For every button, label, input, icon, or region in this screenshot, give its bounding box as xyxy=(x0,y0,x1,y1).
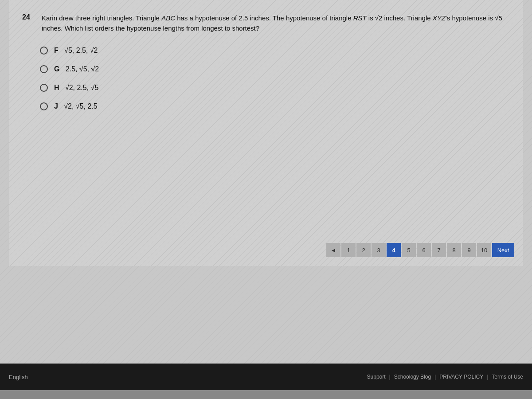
pagination-bar: ◄ 1 2 3 4 5 6 7 8 9 10 Next xyxy=(326,243,514,257)
page-1-button[interactable]: 1 xyxy=(341,243,356,257)
option-J[interactable]: J √2, √5, 2.5 xyxy=(40,102,510,110)
next-page-button[interactable]: Next xyxy=(492,243,514,257)
option-G-label: G 2.5, √5, √2 xyxy=(54,65,99,73)
footer-language: English xyxy=(9,374,28,380)
footer-bar: English Support | Schoology Blog | PRIVA… xyxy=(0,364,532,390)
page-8-button[interactable]: 8 xyxy=(447,243,461,257)
page-6-button[interactable]: 6 xyxy=(417,243,431,257)
footer-links: Support | Schoology Blog | PRIVACY POLIC… xyxy=(367,374,523,380)
radio-G[interactable] xyxy=(40,65,48,73)
page-10-button[interactable]: 10 xyxy=(477,243,491,257)
radio-F[interactable] xyxy=(40,47,48,55)
page-3-button[interactable]: 3 xyxy=(372,243,386,257)
terms-link[interactable]: Terms of Use xyxy=(492,374,523,380)
question-panel: 24 Karin drew three right triangles. Tri… xyxy=(9,0,523,266)
option-F-label: F √5, 2.5, √2 xyxy=(54,47,98,55)
sep-2: | xyxy=(434,374,436,380)
radio-J[interactable] xyxy=(40,102,48,110)
sep-3: | xyxy=(487,374,488,380)
support-link[interactable]: Support xyxy=(367,374,386,380)
option-G[interactable]: G 2.5, √5, √2 xyxy=(40,65,510,73)
page-9-button[interactable]: 9 xyxy=(462,243,476,257)
page-7-button[interactable]: 7 xyxy=(432,243,446,257)
options-list: F √5, 2.5, √2 G 2.5, √5, √2 H √2, 2.5, √… xyxy=(22,47,510,110)
main-content: 24 Karin drew three right triangles. Tri… xyxy=(0,0,532,364)
page-2-button[interactable]: 2 xyxy=(356,243,371,257)
prev-page-button[interactable]: ◄ xyxy=(326,243,340,257)
radio-H[interactable] xyxy=(40,84,48,92)
question-header: 24 Karin drew three right triangles. Tri… xyxy=(22,13,510,33)
option-F[interactable]: F √5, 2.5, √2 xyxy=(40,47,510,55)
privacy-link[interactable]: PRIVACY POLICY xyxy=(439,374,483,380)
option-H[interactable]: H √2, 2.5, √5 xyxy=(40,84,510,92)
question-number: 24 xyxy=(22,13,35,33)
page-4-button[interactable]: 4 xyxy=(387,243,401,257)
blog-link[interactable]: Schoology Blog xyxy=(394,374,431,380)
option-H-label: H √2, 2.5, √5 xyxy=(54,84,98,92)
page-5-button[interactable]: 5 xyxy=(402,243,416,257)
question-text: Karin drew three right triangles. Triang… xyxy=(42,13,510,33)
sep-1: | xyxy=(389,374,391,380)
option-J-label: J √2, √5, 2.5 xyxy=(54,102,98,110)
